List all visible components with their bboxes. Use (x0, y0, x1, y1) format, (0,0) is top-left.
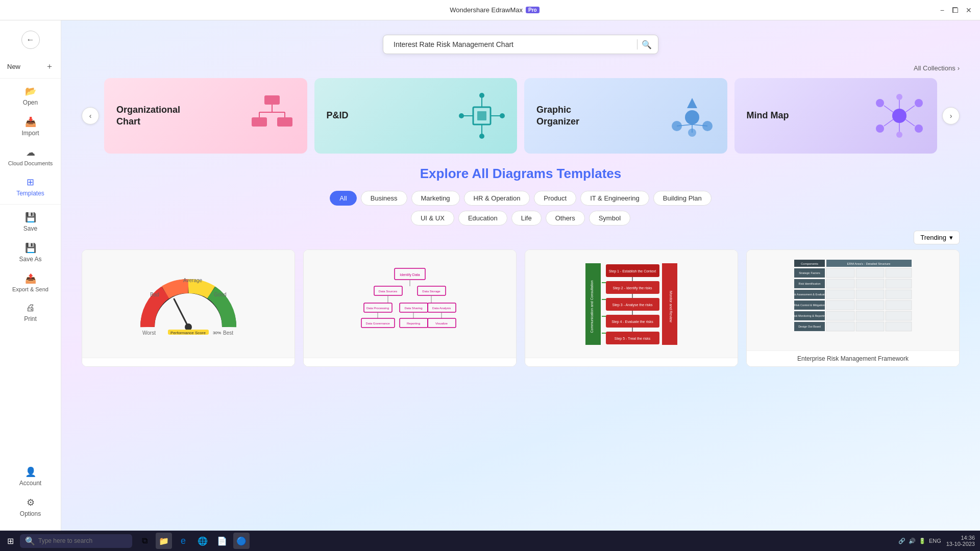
sidebar-item-save[interactable]: 💾 Save (0, 207, 61, 237)
taskbar-app-chrome[interactable]: 🌐 (194, 533, 211, 549)
carousel-card-mind-map[interactable]: Mind Map (734, 78, 938, 154)
svg-rect-123 (856, 311, 884, 320)
carousel-card-pid[interactable]: P&ID (314, 78, 518, 154)
sidebar-item-print[interactable]: 🖨 Print (0, 297, 61, 328)
open-icon: 📂 (25, 86, 36, 97)
filter-building-plan[interactable]: Building Plan (653, 191, 712, 206)
all-collections-link[interactable]: All Collections › (914, 64, 960, 72)
org-chart-icon (249, 93, 295, 139)
template-card-enterprise-risk[interactable]: Components ERM Area's - Detailed Structu… (746, 249, 960, 367)
svg-rect-112 (886, 268, 912, 278)
template-card-dataflow[interactable]: Identify Data Data Sources Data Storage … (303, 249, 517, 367)
filter-hr-operation[interactable]: HR & Operation (464, 191, 530, 206)
sidebar-item-account[interactable]: 👤 Account (0, 461, 61, 492)
volume-icon: 🔊 (909, 538, 916, 544)
svg-rect-124 (886, 311, 912, 320)
carousel-card-org-chart[interactable]: Organizational Chart (104, 78, 307, 154)
taskbar-app-task-view[interactable]: ⧉ (136, 533, 153, 549)
taskbar-app-explorer[interactable]: 📁 (156, 533, 172, 549)
taskbar-right: 🔗 🔊 🔋 ENG 14:36 13-10-2023 (898, 535, 975, 547)
sidebar-item-open[interactable]: 📂 Open (0, 81, 61, 111)
back-button[interactable]: ← (21, 31, 40, 49)
taskbar-search-box[interactable]: 🔍 (20, 534, 132, 548)
svg-text:Risk Monitoring & Reporting: Risk Monitoring & Reporting (792, 314, 827, 317)
print-label: Print (24, 315, 37, 322)
maximize-button[interactable]: ⧠ (951, 6, 959, 14)
filter-marketing[interactable]: Marketing (411, 191, 460, 206)
minimize-button[interactable]: − (940, 6, 944, 14)
sidebar-item-templates[interactable]: ⊞ Templates (0, 171, 61, 202)
carousel-prev-button[interactable]: ‹ (82, 107, 99, 124)
sidebar-back: ← (0, 26, 61, 57)
template-card-img-risk: Communication and Consultation Monitor a… (525, 250, 738, 358)
sidebar-item-cloud[interactable]: ☁ Cloud Documents (0, 142, 61, 171)
carousel-items: Organizational Chart P& (104, 78, 937, 154)
options-icon: ⚙ (27, 497, 35, 508)
carousel-next-button[interactable]: › (942, 107, 960, 124)
svg-text:Average: Average (183, 278, 203, 283)
pid-icon (459, 93, 505, 139)
carousel-card-graphic-organizer[interactable]: Graphic Organizer (524, 78, 727, 154)
lang-indicator: ENG (929, 538, 941, 544)
sort-dropdown[interactable]: Trending ▾ (914, 231, 960, 244)
svg-text:Bad: Bad (150, 292, 159, 297)
sidebar-item-export[interactable]: 📤 Export & Send (0, 268, 61, 297)
template-card-gauge[interactable]: Worst Bad Average Good Best Performance … (82, 249, 295, 367)
graphic-organizer-icon (669, 93, 715, 139)
svg-text:Strategic Factors: Strategic Factors (799, 271, 820, 274)
templates-header: All Collections › (82, 64, 960, 72)
options-label: Options (20, 510, 41, 517)
search-button[interactable]: 🔍 (642, 40, 652, 49)
explore-title: Explore All Diagrams Templates (82, 166, 960, 182)
sidebar-item-options[interactable]: ⚙ Options (0, 492, 61, 522)
svg-point-16 (500, 113, 505, 118)
close-button[interactable]: ✕ (966, 6, 972, 14)
filter-symbol[interactable]: Symbol (589, 211, 630, 226)
svg-point-27 (915, 99, 923, 107)
filter-all[interactable]: All (330, 191, 356, 206)
template-card-footer-dataflow (304, 358, 516, 366)
sidebar-item-import[interactable]: 📥 Import (0, 111, 61, 142)
templates-label: Templates (16, 190, 44, 197)
taskbar-app-word[interactable]: 📄 (214, 533, 230, 549)
svg-rect-122 (826, 311, 854, 320)
filter-tags: All Business Marketing HR & Operation Pr… (82, 191, 960, 206)
taskbar-app-edge[interactable]: e (175, 533, 191, 549)
taskbar-search-input[interactable] (38, 537, 127, 544)
filter-ui-ux[interactable]: UI & UX (411, 211, 454, 226)
svg-rect-6 (277, 117, 292, 127)
filter-life[interactable]: Life (511, 211, 542, 226)
template-card-footer-enterprise-risk: Enterprise Risk Management Framework (747, 350, 959, 366)
sidebar-divider-2 (0, 204, 61, 205)
svg-rect-111 (856, 268, 884, 278)
svg-point-31 (896, 132, 902, 138)
taskbar-app-edrawmax[interactable]: 🔵 (233, 533, 250, 549)
template-card-risk[interactable]: Communication and Consultation Monitor a… (525, 249, 738, 367)
clock-time: 14:36 (946, 535, 975, 541)
svg-text:Step 2 - Identify the risks: Step 2 - Identify the risks (612, 286, 652, 290)
filter-tags-row2: UI & UX Education Life Others Symbol (82, 211, 960, 226)
svg-text:Communication and Consultation: Communication and Consultation (590, 280, 594, 333)
search-divider (637, 39, 638, 49)
export-icon: 📤 (25, 273, 36, 284)
start-button[interactable]: ⊞ (5, 534, 16, 548)
save-as-icon: 💾 (25, 242, 36, 254)
svg-text:Step 3 - Analyse the risks: Step 3 - Analyse the risks (612, 303, 653, 307)
search-input[interactable]: Interest Rate Risk Management Chart (389, 35, 633, 54)
taskbar-clock: 14:36 13-10-2023 (946, 535, 975, 547)
filter-others[interactable]: Others (546, 211, 585, 226)
svg-point-14 (479, 134, 484, 139)
sidebar-divider-1 (0, 78, 61, 79)
filter-it-engineering[interactable]: IT & Engineering (580, 191, 649, 206)
network-icon: 🔗 (898, 538, 905, 544)
sidebar-item-save-as[interactable]: 💾 Save As (0, 237, 61, 268)
filter-business[interactable]: Business (361, 191, 407, 206)
sidebar-item-new[interactable]: New ＋ (0, 57, 61, 76)
filter-education[interactable]: Education (458, 211, 507, 226)
search-section: Interest Rate Risk Management Chart 🔍 (61, 20, 980, 64)
filter-product[interactable]: Product (534, 191, 576, 206)
cloud-label: Cloud Documents (8, 160, 53, 166)
svg-text:Visualize: Visualize (435, 322, 448, 325)
svg-rect-114 (856, 279, 884, 288)
svg-text:Design Out Board: Design Out Board (798, 325, 821, 328)
